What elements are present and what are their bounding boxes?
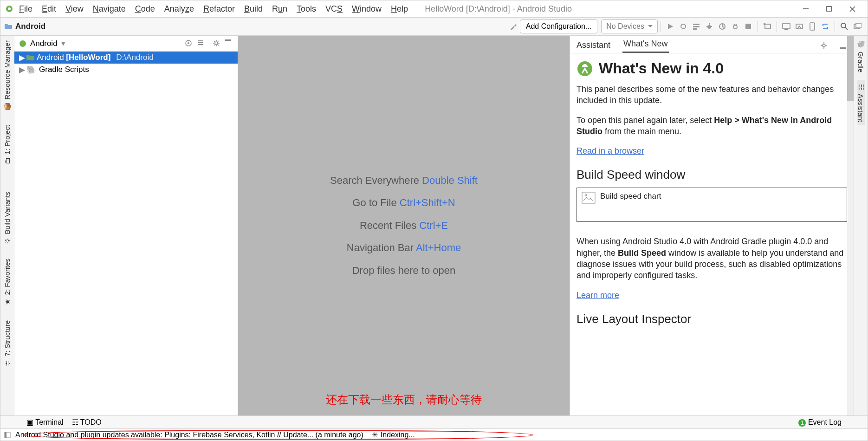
tool-tab-assistant[interactable]: ☷ Assistant <box>857 80 865 125</box>
gear-icon[interactable] <box>213 39 221 48</box>
tab-whats-new[interactable]: What's New <box>622 39 668 53</box>
right-tool-gutter: 🐘 Gradle ☷ Assistant <box>854 36 868 415</box>
svg-rect-25 <box>856 23 862 28</box>
assistant-tab-bar: Assistant What's New <box>570 36 854 53</box>
scrollbar-thumb[interactable] <box>847 36 854 101</box>
device-manager-icon[interactable] <box>806 20 819 33</box>
svg-point-22 <box>841 23 846 28</box>
window-minimize-button[interactable] <box>795 2 816 16</box>
avd-manager-icon[interactable] <box>780 20 793 33</box>
add-configuration-button[interactable]: Add Configuration... <box>520 19 597 33</box>
menu-edit[interactable]: Edit <box>38 4 60 14</box>
build-speed-heading: Build Speed window <box>577 168 847 182</box>
hide-icon[interactable] <box>225 39 233 48</box>
elephant-icon: 🐘 <box>26 65 36 75</box>
tool-tab-favorites[interactable]: ★ 2: Favorites <box>3 256 11 309</box>
android-studio-logo-icon <box>577 60 593 77</box>
menu-navigate[interactable]: Navigate <box>89 4 130 14</box>
stop-icon[interactable] <box>742 20 755 33</box>
project-tool-header: Android ▾ <box>14 36 238 52</box>
menu-build[interactable]: Build <box>240 4 266 14</box>
menu-help[interactable]: Help <box>387 4 412 14</box>
svg-rect-16 <box>765 24 771 29</box>
sdk-manager-icon[interactable] <box>793 20 806 33</box>
tool-tab-structure[interactable]: ≑ 7: Structure <box>3 318 11 370</box>
navigation-toolbar: Android Add Configuration... No Devices <box>0 17 868 36</box>
svg-point-29 <box>215 42 218 45</box>
locate-icon[interactable] <box>185 39 193 48</box>
assistant-scrollbar[interactable] <box>847 36 854 415</box>
menu-tools[interactable]: Tools <box>293 4 320 14</box>
svg-rect-8 <box>693 28 697 30</box>
menu-analyze[interactable]: Analyze <box>161 4 198 14</box>
tool-tab-terminal[interactable]: ▣ Terminal <box>26 418 64 427</box>
device-selector[interactable]: No Devices <box>601 19 658 33</box>
apply-code-icon[interactable] <box>690 20 703 33</box>
chevron-down-icon: ▾ <box>61 39 65 48</box>
project-folder-icon <box>4 23 13 30</box>
tool-tab-resource-manager[interactable]: 📦 Resource Manager <box>3 38 12 114</box>
assistant-icon: ☷ <box>857 84 865 90</box>
sync-icon[interactable] <box>819 20 832 33</box>
vcs-icon[interactable] <box>761 20 774 33</box>
tab-assistant[interactable]: Assistant <box>576 40 611 53</box>
bottom-tool-tabs: ▣ Terminal ☶ TODO 1 Event Log <box>0 415 868 428</box>
collapse-all-icon[interactable] <box>197 39 205 48</box>
tool-tab-project[interactable]: 🗀 1: Project <box>3 122 11 168</box>
project-view-dropdown[interactable]: Android <box>30 39 58 48</box>
tool-tab-build-variants[interactable]: ⛭ Build Variants <box>3 189 11 247</box>
debug-icon[interactable] <box>703 20 716 33</box>
menu-file[interactable]: File <box>15 4 36 14</box>
tree-row-app-module[interactable]: ▶ Android [HelloWord] D:\Android <box>14 52 238 64</box>
menu-code[interactable]: Code <box>131 4 159 14</box>
image-placeholder-icon <box>582 192 596 204</box>
svg-rect-15 <box>745 24 751 29</box>
tool-tab-gradle[interactable]: 🐘 Gradle <box>856 38 865 75</box>
tool-tab-event-log[interactable]: 1 Event Log <box>798 418 842 427</box>
svg-point-9 <box>707 25 711 29</box>
run-icon[interactable] <box>664 20 677 33</box>
hide-tool-windows-icon[interactable] <box>4 432 11 438</box>
project-tree[interactable]: ▶ Android [HelloWord] D:\Android ▶ 🐘 Gra… <box>14 52 238 415</box>
event-log-badge-icon: 1 <box>798 419 806 427</box>
resource-manager-icon: 📦 <box>3 102 12 111</box>
svg-point-31 <box>823 44 825 47</box>
svg-line-23 <box>845 27 848 30</box>
navbar-project-name[interactable]: Android <box>15 22 45 31</box>
search-icon[interactable] <box>838 20 851 33</box>
menu-refactor[interactable]: Refactor <box>200 4 239 14</box>
menu-view[interactable]: View <box>62 4 87 14</box>
editor-empty-area[interactable]: Search Everywhere Double Shift Go to Fil… <box>238 36 570 415</box>
menu-vcs[interactable]: VCS <box>322 4 346 14</box>
learn-more-link[interactable]: Learn more <box>577 291 619 300</box>
build-speed-chart-placeholder: Build speed chart <box>577 188 847 222</box>
expand-icon[interactable]: ▶ <box>19 53 24 63</box>
settings-toolbar-icon[interactable] <box>851 20 864 33</box>
chevron-down-icon <box>648 25 653 28</box>
device-selector-label: No Devices <box>606 22 644 31</box>
project-tab-icon: 🗀 <box>3 157 11 164</box>
window-maximize-button[interactable] <box>818 2 840 16</box>
svg-rect-7 <box>693 26 700 27</box>
attach-debugger-icon[interactable] <box>729 20 742 33</box>
status-message[interactable]: Android Studio and plugin updates availa… <box>15 431 363 439</box>
hammer-icon[interactable] <box>507 20 520 33</box>
menu-run[interactable]: Run <box>268 4 291 14</box>
status-indexing: Indexing... <box>381 431 415 439</box>
assistant-tool-window: Assistant What's New What's New in 4.0 T… <box>570 36 854 415</box>
window-close-button[interactable] <box>842 2 863 16</box>
module-path: D:\Android <box>116 53 153 62</box>
tool-tab-todo[interactable]: ☶ TODO <box>72 418 102 427</box>
assistant-content[interactable]: What's New in 4.0 This panel describes s… <box>570 53 854 415</box>
apply-changes-icon[interactable] <box>677 20 690 33</box>
profile-icon[interactable] <box>716 20 729 33</box>
gear-icon[interactable] <box>820 42 829 53</box>
project-tool-window: Android ▾ ▶ Android [HelloWord] D:\Andro… <box>14 36 238 415</box>
tree-row-gradle-scripts[interactable]: ▶ 🐘 Gradle Scripts <box>14 64 238 76</box>
read-in-browser-link[interactable]: Read in a browser <box>577 146 644 156</box>
left-tool-gutter: 📦 Resource Manager 🗀 1: Project ⛭ Build … <box>0 36 14 415</box>
build-speed-desc: When using Android Studio 4.0 with Andro… <box>577 236 847 281</box>
expand-icon[interactable]: ▶ <box>19 65 24 75</box>
menu-window[interactable]: Window <box>348 4 385 14</box>
svg-rect-19 <box>784 29 788 30</box>
